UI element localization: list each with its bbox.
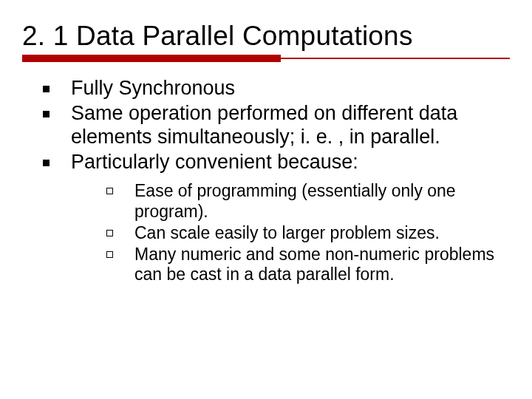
list-item: Can scale easily to larger problem sizes… [106,223,510,243]
bullet-list: Fully Synchronous Same operation perform… [43,77,510,284]
bullet-text: Ease of programming (essentially only on… [134,181,456,220]
bullet-text: Fully Synchronous [71,77,235,99]
title-rule [22,55,510,64]
slide-title: 2. 1 Data Parallel Computations [22,21,510,52]
sub-bullet-list: Ease of programming (essentially only on… [106,181,510,284]
list-item: Many numeric and some non-numeric proble… [106,245,510,284]
list-item: Same operation performed on different da… [43,102,510,149]
bullet-text: Same operation performed on different da… [71,102,457,148]
bullet-text: Can scale easily to larger problem sizes… [134,223,440,242]
list-item: Particularly convenient because: Ease of… [43,151,510,284]
bullet-text: Particularly convenient because: [71,151,358,173]
bullet-text: Many numeric and some non-numeric proble… [134,245,494,284]
slide: 2. 1 Data Parallel Computations Fully Sy… [0,0,532,399]
list-item: Ease of programming (essentially only on… [106,181,510,221]
list-item: Fully Synchronous [43,77,510,100]
